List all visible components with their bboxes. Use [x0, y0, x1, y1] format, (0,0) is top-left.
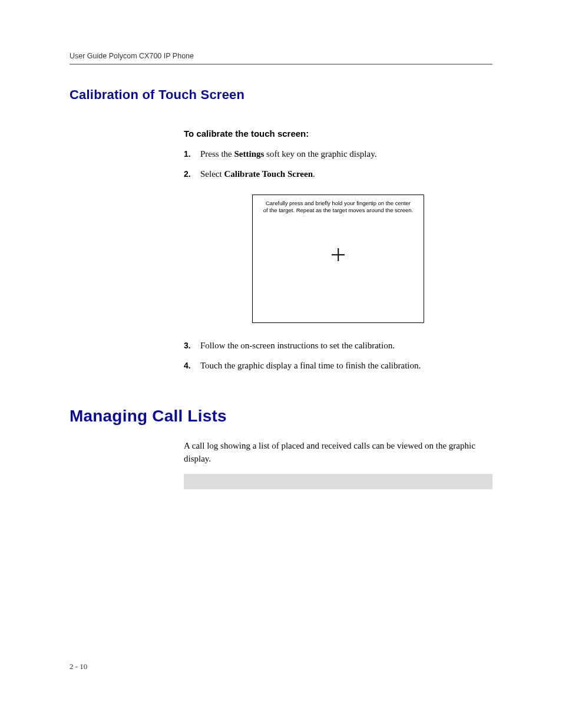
gray-bar — [184, 474, 492, 489]
step-number: 4. — [184, 360, 200, 371]
procedure-title: To calibrate the touch screen: — [184, 129, 492, 139]
step-pre: Press the — [200, 149, 234, 159]
step-item: 4. Touch the graphic display a final tim… — [184, 360, 492, 371]
step-text: Touch the graphic display a final time t… — [200, 360, 492, 371]
steps-list-upper: 1. Press the Settings soft key on the gr… — [184, 148, 492, 180]
running-header: User Guide Polycom CX700 IP Phone — [70, 52, 492, 65]
calibration-screenshot: Carefully press and briefly hold your fi… — [252, 195, 424, 323]
step-number: 3. — [184, 340, 200, 351]
step-bold: Settings — [234, 149, 265, 159]
crosshair-icon — [332, 248, 345, 261]
step-number: 2. — [184, 169, 200, 180]
screenshot-text-line2: of the target. Repeat as the target move… — [259, 207, 418, 215]
screenshot-text-line1: Carefully press and briefly hold your fi… — [259, 200, 418, 207]
managing-content: A call log showing a list of placed and … — [184, 440, 492, 489]
step-post: . — [313, 169, 315, 179]
step-item: 2. Select Calibrate Touch Screen. — [184, 168, 492, 180]
section-heading-calibration: Calibration of Touch Screen — [70, 87, 492, 103]
page-number: 2 - 10 — [70, 662, 87, 671]
step-bold: Calibrate Touch Screen — [224, 169, 313, 179]
body-paragraph: A call log showing a list of placed and … — [184, 440, 492, 466]
step-pre: Select — [200, 169, 224, 179]
step-pre: Follow the on-screen instructions to set… — [200, 341, 395, 350]
step-text: Follow the on-screen instructions to set… — [200, 340, 492, 351]
step-post: soft key on the graphic display. — [264, 149, 376, 159]
step-pre: Touch the graphic display a final time t… — [200, 361, 421, 370]
steps-list-lower: 3. Follow the on-screen instructions to … — [184, 340, 492, 372]
step-text: Press the Settings soft key on the graph… — [200, 148, 492, 160]
step-item: 1. Press the Settings soft key on the gr… — [184, 148, 492, 160]
step-item: 3. Follow the on-screen instructions to … — [184, 340, 492, 351]
calibration-screenshot-wrap: Carefully press and briefly hold your fi… — [184, 195, 492, 323]
step-number: 1. — [184, 149, 200, 160]
calibration-content: To calibrate the touch screen: 1. Press … — [184, 129, 492, 371]
step-text: Select Calibrate Touch Screen. — [200, 168, 492, 180]
section-heading-managing-call-lists: Managing Call Lists — [70, 407, 492, 426]
